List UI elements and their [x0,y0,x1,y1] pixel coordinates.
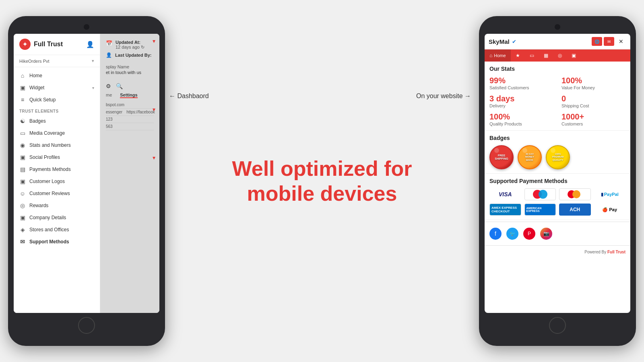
sidebar-item-rewards[interactable]: ◎ Rewards [14,200,100,212]
instagram-icon[interactable]: 📷 [540,228,552,240]
sidebar-label-company: Company Details [29,215,66,220]
nav-tab-table[interactable]: ▣ [567,49,581,62]
globe-button[interactable]: 🌐 [592,37,602,46]
user-icon: 👤 [86,41,94,48]
sidebar-label-social: Social Profiles [29,154,60,160]
mc-yellow [572,190,580,198]
logo-icon: ✦ [19,39,31,50]
payment-american: AMERICAN EXPRESS [524,204,556,216]
stat-value-customers: 1000+ [561,112,625,121]
payment-amex: AMEX EXPRESS CHECKOUT [489,204,521,216]
widget-icon: ▣ [19,84,26,91]
nav-tab-user[interactable]: ◎ [553,49,567,62]
payment-visa: VISA [489,188,521,200]
nav-tabs: ⌂ Home ★ ▭ ▦ ◎ ▣ [485,49,630,62]
rp-updated-text: Updated At: 12 days ago ↻ [116,40,144,50]
tab-settings[interactable]: Settings [120,93,137,98]
grid-tab-icon: ▦ [544,53,548,58]
left-phone-screen: ✦ Full Trust 👤 HikeOrders Pvt ▾ ⌂ Home ▣… [14,34,159,313]
powered-prefix: Powered By [584,250,607,254]
updated-label: Updated At: [116,40,144,45]
social-icons: f 🐦 P 📷 [489,228,625,240]
stats-grid: 99% Satisfied Customers 100% Value For M… [489,76,625,126]
display-name-label: splay Name [106,64,154,69]
arrow-right-text: On your website → [416,93,471,100]
sidebar-item-stores[interactable]: ◈ Stores and Offices [14,224,100,236]
sidebar-item-stats[interactable]: ◉ Stats and Numbers [14,139,100,151]
divider-1 [485,222,630,222]
twitter-icon[interactable]: 🐦 [506,228,518,240]
home-button-left[interactable] [78,317,95,334]
headline-line2: mobile devices [221,181,423,206]
sidebar-item-home[interactable]: ⌂ Home [14,70,100,82]
stat-value-money: 100% [561,76,625,85]
stats-title: Our Stats [489,66,625,72]
badge-premium-text: 100%PREMIUMQUALITY [552,153,564,162]
close-button[interactable]: ✕ [616,37,626,46]
quicksetup-icon: ≡ [19,97,26,103]
email-button[interactable]: ✉ [604,37,614,46]
stats-icon: ◉ [19,142,26,148]
stat-label-delivery: Delivery [489,103,553,108]
home-tab-label: Home [494,53,506,58]
pinterest-icon[interactable]: P [523,228,535,240]
sidebar-item-support[interactable]: ✉ Support Methods [14,236,100,248]
sidebar-label-widget: Widget [29,85,44,90]
payment-mastercard [559,188,591,200]
sidebar-item-payments[interactable]: ▤ Payments Methods [14,163,100,175]
rp-chevron-3: ▾ [153,154,155,161]
search-icon[interactable]: 🔍 [116,83,123,89]
sidebar-label-reviews: Customer Reviews [29,191,70,196]
stat-shipping: 0 Shipping Cost [561,94,625,108]
powered-by: Powered By Full Trust [485,247,630,257]
mastercard-logo [568,190,582,199]
divider-2 [485,245,630,246]
rp-updated-section: 📅 Updated At: 12 days ago ↻ [100,34,159,50]
last-updated-label: Last Updated By: [115,53,151,58]
payment-maestro [524,188,556,200]
sidebar-item-quicksetup[interactable]: ≡ Quick Setup [14,94,100,106]
rp-row-2: essenger https://facebook [106,109,154,116]
sidebar-item-media[interactable]: ▭ Media Coverage [14,127,100,139]
sidebar-item-widget[interactable]: ▣ Widget ▾ [14,82,100,94]
nav-tab-home[interactable]: ⌂ Home [485,49,511,62]
maestro-blue [539,190,547,199]
nav-tab-grid[interactable]: ▦ [539,49,553,62]
facebook-icon[interactable]: f [489,228,502,240]
stat-label-satisfied: Satisfied Customers [489,85,553,90]
tab-name[interactable]: me [106,93,112,98]
logos-icon: ▣ [19,178,26,185]
stat-label-money: Value For Money [561,85,625,90]
nav-tab-star[interactable]: ★ [511,49,525,62]
header-buttons: 🌐 ✉ ✕ [592,37,626,46]
rp-display-section: splay Name et in touch with us [100,60,159,79]
payment-section: Supported Payment Methods VISA ▮ [485,174,630,220]
right-panel: ▾ 📅 Updated At: 12 days ago ↻ 👤 Last Upd… [100,34,159,313]
stat-satisfied: 99% Satisfied Customers [489,76,553,90]
sidebar-menu: ⌂ Home ▣ Widget ▾ ≡ Quick Setup Trust El… [14,67,100,306]
sidebar-item-social[interactable]: ▣ Social Profiles [14,151,100,163]
stat-value-delivery: 3 days [489,94,553,103]
nav-tab-screen[interactable]: ▭ [525,49,539,62]
sidebar-label-logos: Customer Logos [29,179,65,184]
rp-chevron-1: ▾ [153,38,155,44]
sidebar-item-reviews[interactable]: ☺ Customer Reviews [14,187,100,200]
sidebar: ✦ Full Trust 👤 HikeOrders Pvt ▾ ⌂ Home ▣… [14,34,100,313]
rp-row-1: bspot.com [106,101,154,109]
sidebar-item-company[interactable]: ▣ Company Details [14,212,100,224]
company-icon: ▣ [19,214,26,221]
badges-icon: ☯ [19,118,26,124]
updated-value: 12 days ago ↻ [116,45,144,50]
sidebar-label-media: Media Coverage [29,130,65,136]
home-button-right[interactable] [549,317,566,334]
support-icon: ✉ [19,239,26,245]
stat-value-for-money: 100% Value For Money [561,76,625,90]
gear-icon[interactable]: ⚙ [106,83,111,89]
sidebar-item-logos[interactable]: ▣ Customer Logos [14,175,100,187]
stat-label-quality: Quality Products [489,121,553,126]
star-tab-icon: ★ [516,53,520,58]
rp-tools: ⚙ 🔍 [106,83,154,89]
sidebar-item-badges[interactable]: ☯ Badges [14,115,100,127]
sidebar-company[interactable]: HikeOrders Pvt ▾ [14,55,100,67]
home-icon: ⌂ [19,72,26,79]
